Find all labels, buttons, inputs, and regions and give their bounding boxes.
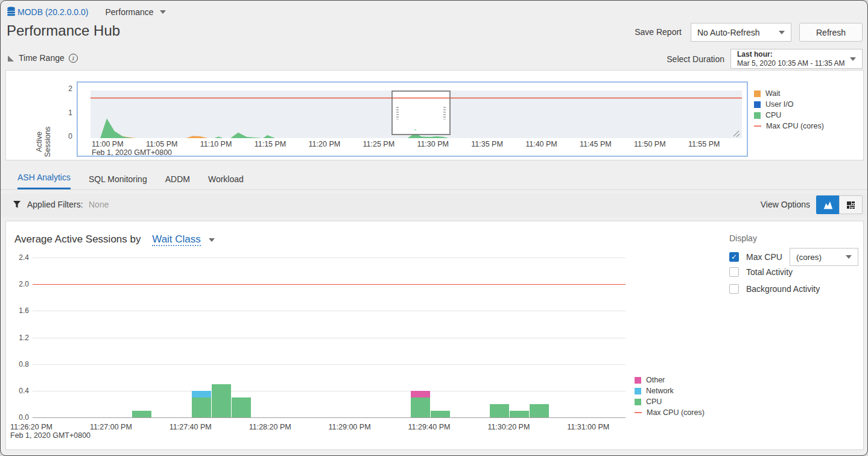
page-title: Performance Hub <box>7 22 120 39</box>
x-axis-tick-label: 11:30:20 PM <box>487 423 530 431</box>
legend-item-max-cpu-cores-: Max CPU (cores) <box>754 122 824 130</box>
legend-item-network: Network <box>635 387 674 395</box>
timeline-x-tick-label: 11:25 PM <box>363 140 395 148</box>
timeline-x-tick-label: 11:35 PM <box>471 140 503 148</box>
auto-refresh-value: No Auto-Refresh <box>697 28 760 37</box>
x-axis-tick-label: 11:31:00 PM <box>567 423 609 431</box>
y-gridline <box>33 417 626 418</box>
legend-label: Wait <box>765 89 781 98</box>
view-treemap-toggle-button[interactable] <box>839 195 863 214</box>
timeline-x-tick-label: 11:55 PM <box>688 140 720 148</box>
x-axis-tick-label: 11:26:20 PM <box>10 423 52 431</box>
y-axis-tick-label: 0.0 <box>11 413 29 422</box>
checkbox-total-activity[interactable] <box>729 267 739 277</box>
legend-square-marker <box>635 377 641 384</box>
auto-refresh-dropdown[interactable]: No Auto-Refresh <box>691 23 791 42</box>
tab-sql-monitoring[interactable]: SQL Monitoring <box>89 174 147 189</box>
bar-segment-cpu <box>510 411 529 417</box>
tab-ash-analytics[interactable]: ASH Analytics <box>17 173 71 189</box>
bar-segment-cpu <box>530 404 549 417</box>
x-axis-tick-label: 11:29:40 PM <box>408 423 451 431</box>
duration-value-line1: Last hour: <box>737 50 773 59</box>
view-chart-toggle-button[interactable] <box>816 195 840 214</box>
legend-item-other: Other <box>635 376 665 384</box>
timeline-x-tick-label: 11:15 PM <box>255 140 287 148</box>
y-axis-tick-label: 2.0 <box>11 280 29 288</box>
timeline-x-tick-label: 11:50 PM <box>634 140 666 148</box>
y-axis-tick-label: 2.4 <box>11 253 29 262</box>
refresh-button[interactable]: Refresh <box>799 23 863 42</box>
tab-workload[interactable]: Workload <box>208 174 244 189</box>
y-axis-tick-label: 0.4 <box>11 387 29 395</box>
timeline-panel: Active Sessions 11:00 PM11:05 PM11:10 PM… <box>5 70 864 160</box>
bar-segment-cpu <box>192 397 211 417</box>
tab-bar: ASH AnalyticsSQL MonitoringADDMWorkload <box>1 171 868 190</box>
units-dropdown-value: (cores) <box>796 253 822 262</box>
y-gridline <box>33 311 626 311</box>
timeline-x-sub-label: Feb 1, 2020 GMT+0800 <box>92 148 172 157</box>
legend-line-marker <box>754 125 761 127</box>
legend-label: User I/O <box>765 100 794 109</box>
legend-label: CPU <box>646 397 662 406</box>
x-axis-tick-label: 11:28:20 PM <box>249 423 291 431</box>
collapse-triangle-icon[interactable] <box>8 55 14 62</box>
applied-filters-value: None <box>89 200 109 209</box>
y-axis-tick-label: 0.8 <box>11 360 29 369</box>
time-range-label: Time Range <box>19 53 65 63</box>
timeline-x-tick-label: 11:10 PM <box>200 140 232 148</box>
checkbox-max-cpu[interactable]: ✓ <box>729 252 739 262</box>
bar-segment-network <box>192 391 211 397</box>
info-icon[interactable]: i <box>69 54 78 63</box>
timeline-x-tick-label: 11:05 PM <box>146 140 178 148</box>
display-option-label: Max CPU <box>746 252 782 262</box>
time-range-header: Time Range i <box>8 53 78 63</box>
x-axis-tick-label: 11:29:00 PM <box>329 423 371 431</box>
treemap-icon <box>846 201 855 209</box>
bar-segment-other <box>411 391 430 397</box>
timeline-x-tick-label: 11:45 PM <box>580 140 612 148</box>
legend-label: Max CPU (cores) <box>766 122 824 130</box>
chevron-down-icon <box>846 255 852 259</box>
legend-label: Max CPU (cores) <box>647 408 705 417</box>
bar-segment-cpu <box>490 404 509 417</box>
display-option-background-activity: Background Activity <box>729 284 820 294</box>
legend-item-cpu: CPU <box>635 397 662 406</box>
database-name-link[interactable]: MODB (20.2.0.0.0) <box>17 7 89 17</box>
chevron-down-icon[interactable] <box>160 10 166 14</box>
performance-menu[interactable]: Performance <box>106 7 154 17</box>
timeline-x-tick-label: 11:40 PM <box>525 140 557 148</box>
timeline-y-tick-label: 1 <box>54 109 72 117</box>
checkbox-background-activity[interactable] <box>729 284 739 294</box>
units-dropdown[interactable]: (cores) <box>790 248 858 266</box>
legend-line-marker <box>635 412 642 413</box>
topbar: MODB (20.2.0.0.0) Performance <box>7 7 166 17</box>
time-range-brush-container[interactable]: 11:00 PM11:05 PM11:10 PM11:15 PM11:20 PM… <box>77 81 748 157</box>
timeline-plot[interactable] <box>90 90 742 139</box>
tab-addm[interactable]: ADDM <box>165 174 190 189</box>
chevron-down-icon <box>850 57 856 61</box>
y-axis-tick-label: 1.6 <box>11 306 29 315</box>
legend-square-marker <box>754 101 761 108</box>
timeline-x-tick-label: 11:20 PM <box>309 140 341 148</box>
legend-item-wait: Wait <box>754 89 781 98</box>
y-gridline <box>33 258 626 258</box>
area-chart-icon <box>823 201 833 209</box>
legend-item-cpu: CPU <box>754 111 781 119</box>
filter-bar: Applied Filters: None View Options <box>1 194 868 217</box>
timeline-x-tick-label: 11:30 PM <box>417 140 449 148</box>
select-duration-dropdown[interactable]: Last hour: Mar 5, 2020 10:35 AM - 11:35 … <box>730 49 863 69</box>
legend-label: Network <box>646 387 674 395</box>
bar-segment-cpu <box>431 411 450 417</box>
x-axis-sub-label: Feb 1, 2020 GMT+0800 <box>10 431 90 440</box>
legend-label: CPU <box>765 111 781 119</box>
legend-square-marker <box>635 399 641 405</box>
legend-item-user-i-o: User I/O <box>754 100 794 109</box>
y-gridline <box>33 391 626 391</box>
save-report-button[interactable]: Save Report <box>635 27 682 37</box>
applied-filters-label: Applied Filters: <box>27 200 83 209</box>
timeline-y-tick-label: 2 <box>54 84 72 93</box>
bar-segment-cpu <box>411 397 430 417</box>
filter-funnel-icon <box>13 200 21 211</box>
y-gridline <box>33 364 626 365</box>
timeline-x-tick-label: 11:00 PM <box>92 140 124 148</box>
